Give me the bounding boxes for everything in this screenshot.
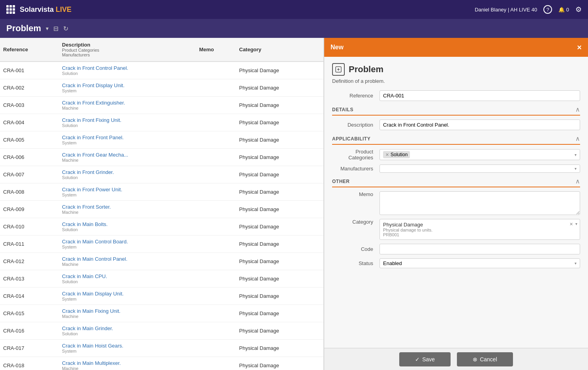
description-input[interactable] bbox=[379, 120, 580, 130]
cell-description: Crack in Front Gear Mecha... Machine bbox=[59, 149, 196, 166]
cancel-x-icon: ⊗ bbox=[473, 356, 477, 363]
panel-header-label: New bbox=[331, 44, 344, 51]
col-memo: Memo bbox=[196, 38, 236, 62]
table-row[interactable]: CRA-008 Crack in Front Power Unit. Syste… bbox=[0, 183, 323, 201]
applicability-section-header: APPLICABILITY ∧ bbox=[332, 135, 580, 145]
category-input[interactable]: Physical Damage Physical damage to units… bbox=[379, 219, 580, 240]
cancel-button[interactable]: ⊗ Cancel bbox=[457, 352, 513, 366]
table-row[interactable]: CRA-001 Crack in Front Control Panel. So… bbox=[0, 62, 323, 79]
table-row[interactable]: CRA-010 Crack in Main Bolts. Solution Ph… bbox=[0, 218, 323, 235]
other-section-header: OTHER ∧ bbox=[332, 178, 580, 187]
cell-memo bbox=[196, 79, 236, 97]
product-categories-label: Product Categories bbox=[332, 149, 379, 161]
table-row[interactable]: CRA-017 Crack in Main Hoist Gears. Syste… bbox=[0, 340, 323, 357]
topbar-right: Daniel Blaney | AH LIVE 40 ? 🔔 0 ⚙ bbox=[475, 5, 582, 14]
other-label: OTHER bbox=[332, 179, 350, 184]
category-row: Category Physical Damage Physical damage… bbox=[332, 219, 580, 240]
table-row[interactable]: CRA-006 Crack in Front Gear Mecha... Mac… bbox=[0, 149, 323, 166]
col-reference: Reference bbox=[0, 38, 59, 62]
save-button[interactable]: ✓ Save bbox=[399, 352, 451, 366]
cell-description: Crack in Main CPU. Solution bbox=[59, 270, 196, 288]
table-body: CRA-001 Crack in Front Control Panel. So… bbox=[0, 62, 323, 370]
other-collapse-icon[interactable]: ∧ bbox=[575, 178, 580, 185]
cell-category: Physical Damage bbox=[236, 218, 324, 235]
code-row: Code bbox=[332, 244, 580, 254]
memo-row: Memo bbox=[332, 191, 580, 215]
table-row[interactable]: CRA-011 Crack in Main Control Board. Sys… bbox=[0, 235, 323, 253]
status-dropdown-arrow[interactable]: ▾ bbox=[575, 261, 577, 265]
cell-ref: CRA-007 bbox=[0, 166, 59, 183]
help-icon[interactable]: ? bbox=[543, 5, 552, 14]
cell-category: Physical Damage bbox=[236, 235, 324, 253]
cell-memo bbox=[196, 201, 236, 218]
product-categories-dropdown-arrow[interactable]: ▾ bbox=[575, 153, 577, 157]
table-row[interactable]: CRA-012 Crack in Main Control Panel. Mac… bbox=[0, 253, 323, 270]
cell-category: Physical Damage bbox=[236, 322, 324, 340]
cell-ref: CRA-004 bbox=[0, 114, 59, 131]
cell-ref: CRA-018 bbox=[0, 357, 59, 370]
table-row[interactable]: CRA-007 Crack in Front Grinder. Solution… bbox=[0, 166, 323, 183]
table-row[interactable]: CRA-016 Crack in Main Grinder. Solution … bbox=[0, 322, 323, 340]
cell-ref: CRA-013 bbox=[0, 270, 59, 288]
main-layout: Reference Description Product Categories… bbox=[0, 38, 588, 370]
table-row[interactable]: CRA-002 Crack in Front Display Unit. Sys… bbox=[0, 79, 323, 97]
details-collapse-icon[interactable]: ∧ bbox=[575, 106, 580, 113]
cell-ref: CRA-011 bbox=[0, 235, 59, 253]
table-row[interactable]: CRA-013 Crack in Main CPU. Solution Phys… bbox=[0, 270, 323, 288]
refresh-icon[interactable]: ↻ bbox=[63, 25, 68, 32]
cell-category: Physical Damage bbox=[236, 305, 324, 322]
table-row[interactable]: CRA-005 Crack in Front Front Panel. Syst… bbox=[0, 131, 323, 149]
cell-description: Crack in Main Bolts. Solution bbox=[59, 218, 196, 235]
table-row[interactable]: CRA-003 Crack in Front Extinguisher. Mac… bbox=[0, 97, 323, 114]
status-label: Status bbox=[332, 260, 379, 266]
cell-category: Physical Damage bbox=[236, 270, 324, 288]
cell-memo bbox=[196, 183, 236, 201]
cell-description: Crack in Front Fixing Unit. Solution bbox=[59, 114, 196, 131]
memo-input[interactable] bbox=[379, 191, 580, 215]
applicability-collapse-icon[interactable]: ∧ bbox=[575, 135, 580, 142]
filter-icon[interactable]: ⊟ bbox=[53, 25, 58, 32]
cell-ref: CRA-001 bbox=[0, 62, 59, 79]
settings-icon[interactable]: ⚙ bbox=[575, 5, 582, 14]
category-name: Physical Damage bbox=[383, 222, 577, 228]
cell-ref: CRA-014 bbox=[0, 288, 59, 305]
cell-memo bbox=[196, 357, 236, 370]
cell-description: Crack in Main Multiplexer. Machine bbox=[59, 357, 196, 370]
status-select[interactable]: Enabled ▾ bbox=[379, 258, 580, 268]
panel-footer: ✓ Save ⊗ Cancel bbox=[324, 348, 588, 370]
product-categories-input[interactable]: ✕ Solution ▾ bbox=[379, 149, 580, 160]
cell-category: Physical Damage bbox=[236, 149, 324, 166]
panel-close-button[interactable]: × bbox=[577, 43, 582, 52]
category-clear-icon[interactable]: ✕ bbox=[569, 222, 573, 227]
cell-memo bbox=[196, 166, 236, 183]
cell-description: Crack in Main Control Board. System bbox=[59, 235, 196, 253]
product-category-tag: ✕ Solution bbox=[383, 151, 410, 158]
cell-memo bbox=[196, 322, 236, 340]
cell-category: Physical Damage bbox=[236, 288, 324, 305]
cell-category: Physical Damage bbox=[236, 79, 324, 97]
category-dropdown-icon[interactable]: ▾ bbox=[575, 222, 577, 227]
cell-description: Crack in Front Sorter. Machine bbox=[59, 201, 196, 218]
table-row[interactable]: CRA-018 Crack in Main Multiplexer. Machi… bbox=[0, 357, 323, 370]
notifications-icon[interactable]: 🔔 0 bbox=[558, 7, 569, 13]
cell-description: Crack in Main Hoist Gears. System bbox=[59, 340, 196, 357]
cell-description: Crack in Front Grinder. Solution bbox=[59, 166, 196, 183]
manufacturers-input[interactable]: ▾ bbox=[379, 164, 580, 173]
cell-memo bbox=[196, 131, 236, 149]
table-row[interactable]: CRA-014 Crack in Main Display Unit. Syst… bbox=[0, 288, 323, 305]
panel-subtitle: Definition of a problem. bbox=[332, 78, 580, 84]
reference-input[interactable] bbox=[379, 90, 580, 101]
col-category: Category bbox=[236, 38, 324, 62]
details-section-header: DETAILS ∧ bbox=[332, 106, 580, 116]
manufacturers-row: Manufacturers ▾ bbox=[332, 164, 580, 173]
manufacturers-dropdown-arrow[interactable]: ▾ bbox=[575, 166, 577, 171]
cell-ref: CRA-010 bbox=[0, 218, 59, 235]
category-actions: ✕ ▾ bbox=[569, 222, 577, 227]
table-row[interactable]: CRA-015 Crack in Main Fixing Unit. Machi… bbox=[0, 305, 323, 322]
table-row[interactable]: CRA-009 Crack in Front Sorter. Machine P… bbox=[0, 201, 323, 218]
grid-menu-icon[interactable] bbox=[6, 5, 15, 14]
dropdown-arrow-icon[interactable]: ▾ bbox=[46, 25, 49, 32]
table-row[interactable]: CRA-004 Crack in Front Fixing Unit. Solu… bbox=[0, 114, 323, 131]
code-input[interactable] bbox=[379, 244, 580, 254]
tag-remove-icon[interactable]: ✕ bbox=[385, 152, 389, 157]
